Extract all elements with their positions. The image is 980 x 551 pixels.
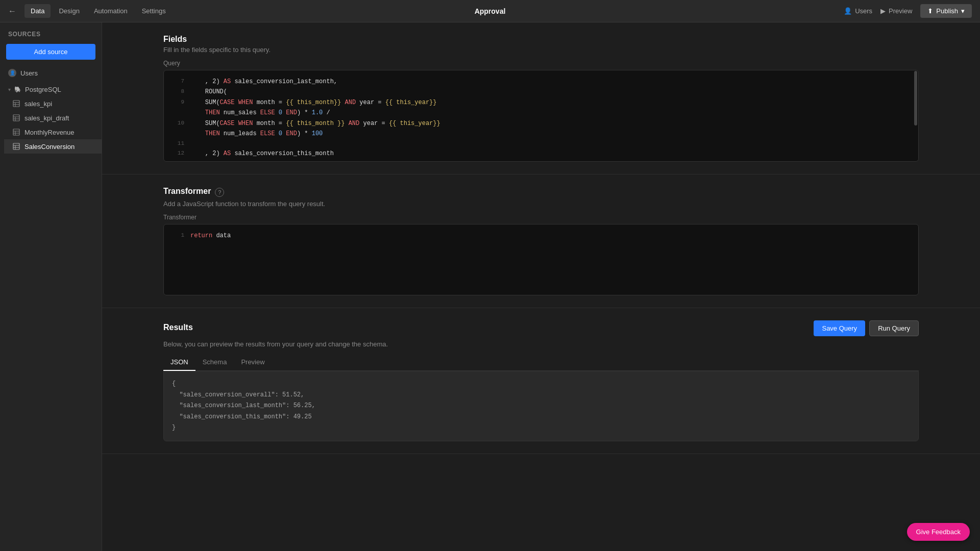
json-line-3: "sales_conversion_this_month": 49.25 [172,412,910,423]
sidebar-item-monthly-revenue[interactable]: MonthlyRevenue [4,125,102,139]
postgresql-icon: 🐘 [14,85,22,93]
sales-kpi-draft-label: sales_kpi_draft [24,114,69,122]
sidebar-item-users-label: Users [20,69,38,77]
transformer-editor[interactable]: 1 return data [163,224,919,295]
transformer-label: Transformer [163,214,919,221]
table-icon [12,99,20,108]
give-feedback-button[interactable]: Give Feedback [907,523,970,541]
fields-description: Fill in the fields specific to this quer… [163,46,919,54]
preview-button[interactable]: ▶ Preview [880,7,912,15]
sidebar-item-sales-kpi-draft[interactable]: sales_kpi_draft [4,111,102,125]
svg-rect-0 [13,101,19,107]
editor-scrollbar [914,70,917,161]
publish-icon: ⬆ [927,7,933,15]
monthly-revenue-label: MonthlyRevenue [24,129,75,136]
sales-conversion-label: SalesConversion [24,143,75,151]
user-icon: 👤 [8,69,16,77]
code-line-8: 8 ROUND( [164,87,918,97]
help-icon[interactable]: ? [215,188,224,197]
code-line-11: 11 [164,139,918,148]
svg-rect-4 [13,115,19,121]
postgresql-children: sales_kpi sales_kpi_draft MonthlyRevenue [0,96,102,154]
tab-schema[interactable]: Schema [195,354,234,371]
tab-design[interactable]: Design [53,4,85,18]
json-brace-open: { [172,379,910,390]
main-layout: Sources Add source 👤 Users ▾ 🐘 PostgreSQ… [0,22,980,551]
json-line-2: "sales_conversion_last_month": 56.25, [172,400,910,412]
svg-rect-12 [13,143,19,149]
results-actions: Save Query Run Query [814,320,919,336]
nav-tabs: Data Design Automation Settings [24,4,172,18]
user-icon: 👤 [844,7,852,15]
table-icon [12,142,20,151]
code-line-12: 12 , 2) AS sales_conversion_this_month [164,148,918,159]
main-content: Fields Fill in the fields specific to th… [102,22,980,551]
transformer-section: Transformer ? Add a JavaScript function … [102,174,980,308]
sidebar-section-postgresql: ▾ 🐘 PostgreSQL sales_kpi sales_kpi_draft [0,80,102,156]
sales-kpi-label: sales_kpi [24,100,52,108]
publish-button[interactable]: ⬆ Publish ▾ [920,4,972,18]
tab-json[interactable]: JSON [163,354,195,371]
postgresql-label: PostgreSQL [25,86,61,93]
users-button[interactable]: 👤 Users [844,7,872,15]
sidebar-item-users[interactable]: 👤 Users [0,66,102,80]
tab-automation[interactable]: Automation [88,4,134,18]
top-nav: ← Data Design Automation Settings Approv… [0,0,980,22]
results-section: Results Save Query Run Query Below, you … [102,308,980,454]
results-header: Results Save Query Run Query [163,320,919,336]
query-label: Query [163,60,919,67]
tab-settings[interactable]: Settings [136,4,172,18]
chevron-down-icon: ▾ [8,87,11,92]
add-source-button[interactable]: Add source [6,44,95,60]
transformer-title: Transformer [163,187,211,196]
transformer-description: Add a JavaScript function to transform t… [163,200,919,208]
query-editor[interactable]: 7 , 2) AS sales_conversion_last_month, 8… [163,70,919,162]
sidebar-sources-header: Sources [0,29,102,44]
transformer-code-line-1: 1 return data [164,231,918,241]
svg-rect-8 [13,129,19,135]
right-actions: 👤 Users ▶ Preview ⬆ Publish ▾ [844,4,972,18]
sidebar-postgresql-header[interactable]: ▾ 🐘 PostgreSQL [0,82,102,96]
code-line-9: 9 SUM(CASE WHEN month = {{ this_month}} … [164,97,918,108]
save-query-button[interactable]: Save Query [814,320,865,336]
json-result-panel: { "sales_conversion_overall": 51.52, "sa… [163,371,919,441]
json-brace-close: } [172,422,910,434]
table-icon [12,114,20,122]
tab-data[interactable]: Data [24,4,51,18]
fields-title: Fields [163,35,919,44]
sidebar: Sources Add source 👤 Users ▾ 🐘 PostgreSQ… [0,22,102,551]
sidebar-item-sales-conversion[interactable]: SalesConversion [4,139,102,154]
run-query-button[interactable]: Run Query [869,320,919,336]
code-line-7: 7 , 2) AS sales_conversion_last_month, [164,77,918,87]
code-line-10b: THEN num_leads ELSE 0 END) * 100 [164,129,918,139]
page-title: Approval [475,7,506,15]
results-title: Results [163,323,193,332]
table-icon [12,128,20,136]
back-button[interactable]: ← [8,7,16,16]
fields-section: Fields Fill in the fields specific to th… [102,22,980,174]
code-line-13: 13 [164,159,918,162]
sidebar-item-sales-kpi[interactable]: sales_kpi [4,96,102,111]
code-line-9b: THEN num_sales ELSE 0 END) * 1.0 / [164,108,918,118]
result-tabs: JSON Schema Preview [163,354,919,371]
publish-chevron: ▾ [961,7,965,15]
code-line-10: 10 SUM(CASE WHEN month = {{ this_month }… [164,118,918,129]
tab-preview[interactable]: Preview [234,354,272,371]
results-description: Below, you can preview the results from … [163,340,919,348]
preview-icon: ▶ [880,7,886,15]
json-line-1: "sales_conversion_overall": 51.52, [172,390,910,401]
